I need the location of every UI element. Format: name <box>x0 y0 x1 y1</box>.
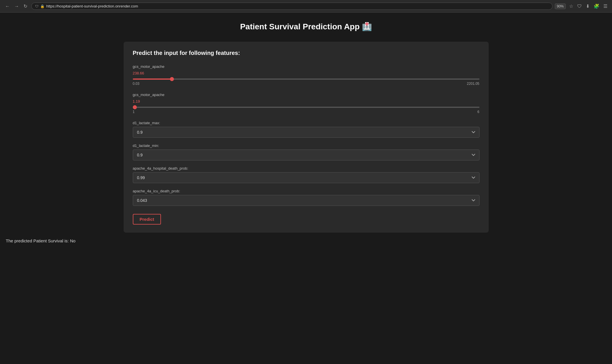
prediction-result: The predicted Patient Survival is: No <box>6 238 606 243</box>
dropdown-section-apache-icu: apache_4a_icu_death_prob: 0.043 0.1 0.5 … <box>133 189 479 206</box>
slider-section-2: gcs_motor_apache 1.19 1 6 <box>133 93 479 114</box>
forward-button[interactable]: → <box>13 3 21 10</box>
slider2-label: gcs_motor_apache <box>133 93 479 97</box>
apache-icu-select[interactable]: 0.043 0.1 0.5 0.99 <box>133 195 479 206</box>
browser-actions: ☆ 🛡 ⬇ 🧩 ☰ <box>568 2 609 10</box>
slider1-range: 0.03 2201.05 <box>133 82 479 86</box>
reload-button[interactable]: ↻ <box>22 2 29 10</box>
apache-hospital-label: apache_4a_hospital_death_prob: <box>133 166 479 170</box>
slider1-input[interactable] <box>133 78 479 80</box>
browser-chrome: ← → ↻ 🛡 🔒 https://hospital-patient-survi… <box>0 0 612 13</box>
back-button[interactable]: ← <box>3 3 11 10</box>
shield-icon[interactable]: 🛡 <box>576 3 583 10</box>
dropdown-section-apache-hospital: apache_4a_hospital_death_prob: 0.99 0.5 … <box>133 166 479 183</box>
browser-nav-buttons: ← → ↻ <box>3 2 29 10</box>
slider-section-1: gcs_motor_apache 238.66 0.03 2201.05 <box>133 64 479 86</box>
url-text: https://hospital-patient-survival-predic… <box>46 4 549 8</box>
slider2-value: 1.19 <box>133 99 479 104</box>
slider1-value: 238.66 <box>133 71 479 75</box>
slider1-max: 2201.05 <box>467 82 479 86</box>
dropdown-section-d1-lactate-max: d1_lactate_max: 0.9 1.0 1.5 2.0 3.0 <box>133 121 479 138</box>
d1-lactate-max-label: d1_lactate_max: <box>133 121 479 125</box>
slider1-label: gcs_motor_apache <box>133 64 479 69</box>
lock-icon: 🔒 <box>40 4 45 8</box>
zoom-level: 90% <box>555 3 566 9</box>
page-content: Patient Survival Prediction App 🏥 Predic… <box>0 13 612 362</box>
d1-lactate-min-label: d1_lactate_min: <box>133 143 479 148</box>
address-bar[interactable]: 🛡 🔒 https://hospital-patient-survival-pr… <box>31 3 552 10</box>
section-title: Predict the input for following features… <box>133 50 479 56</box>
extensions-icon[interactable]: 🧩 <box>592 2 601 10</box>
slider2-input[interactable] <box>133 107 479 108</box>
app-title: Patient Survival Prediction App 🏥 <box>6 18 606 35</box>
security-icon: 🛡 <box>35 4 39 8</box>
d1-lactate-min-select[interactable]: 0.9 1.0 1.5 2.0 3.0 <box>133 150 479 160</box>
predict-button[interactable]: Predict <box>133 214 161 225</box>
slider1-wrapper <box>133 76 479 81</box>
slider1-min: 0.03 <box>133 82 139 86</box>
slider2-range: 1 6 <box>133 110 479 114</box>
apache-icu-label: apache_4a_icu_death_prob: <box>133 189 479 193</box>
main-card: Predict the input for following features… <box>124 42 489 233</box>
bookmark-icon[interactable]: ☆ <box>568 2 574 10</box>
menu-icon[interactable]: ☰ <box>602 2 609 10</box>
d1-lactate-max-select[interactable]: 0.9 1.0 1.5 2.0 3.0 <box>133 127 479 138</box>
apache-hospital-select[interactable]: 0.99 0.5 0.1 0.01 <box>133 172 479 183</box>
dropdown-section-d1-lactate-min: d1_lactate_min: 0.9 1.0 1.5 2.0 3.0 <box>133 143 479 160</box>
slider2-min: 1 <box>133 110 135 114</box>
slider2-wrapper <box>133 104 479 109</box>
slider2-max: 6 <box>477 110 479 114</box>
download-icon[interactable]: ⬇ <box>585 2 591 10</box>
